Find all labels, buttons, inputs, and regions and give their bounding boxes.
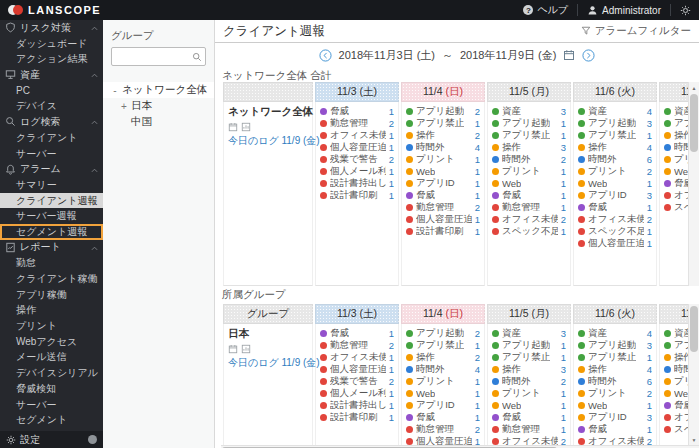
alarm-count-link[interactable]: 1	[647, 424, 652, 435]
scrollbar-thumb[interactable]	[690, 94, 698, 152]
alarm-count-link[interactable]: 1	[389, 328, 394, 339]
sidebar-section-header[interactable]: ログ検索	[0, 114, 103, 130]
sidebar-item[interactable]: Webアクセス	[0, 334, 103, 350]
alarm-count-link[interactable]: 3	[561, 106, 566, 117]
sidebar-item[interactable]: クライアント週報	[0, 193, 103, 209]
alarm-count-link[interactable]: 3	[561, 328, 566, 339]
alarm-count-link[interactable]: 3	[647, 118, 652, 129]
alarm-count-link[interactable]: 1	[389, 130, 394, 141]
alarm-count-link[interactable]: 1	[389, 400, 394, 411]
alarm-count-link[interactable]: 1	[475, 226, 480, 237]
alarm-count-link[interactable]: 1	[561, 202, 566, 213]
alarm-count-link[interactable]: 1	[561, 178, 566, 189]
alarm-count-link[interactable]: 1	[389, 412, 394, 423]
alarm-count-link[interactable]: 4	[647, 364, 652, 375]
sidebar-item[interactable]: プリント	[0, 318, 103, 334]
alarm-count-link[interactable]: 1	[647, 226, 652, 237]
sidebar-item[interactable]: 操作	[0, 302, 103, 318]
alarm-count-link[interactable]: 1	[647, 178, 652, 189]
alarm-count-link[interactable]: 1	[475, 400, 480, 411]
alarm-count-link[interactable]: 1	[475, 190, 480, 201]
sidebar-item[interactable]: サーバー週報	[0, 208, 103, 224]
alarm-count-link[interactable]: 1	[561, 340, 566, 351]
alarm-count-link[interactable]: 2	[647, 388, 652, 399]
sidebar-item[interactable]: 脅威検知	[0, 381, 103, 397]
sidebar-item[interactable]: 勤怠	[0, 255, 103, 271]
alarm-count-link[interactable]: 1	[475, 388, 480, 399]
alarm-count-link[interactable]: 1	[389, 106, 394, 117]
alarm-count-link[interactable]: 1	[475, 154, 480, 165]
sidebar-item[interactable]: アプリ稼働	[0, 287, 103, 303]
sidebar-item-settings[interactable]: 設定	[0, 431, 103, 448]
alarm-count-link[interactable]: 1	[647, 238, 652, 249]
scroll-up-arrow-icon[interactable]: ▲	[689, 82, 699, 93]
alarm-count-link[interactable]: 3	[647, 412, 652, 423]
alarm-count-link[interactable]: 2	[475, 424, 480, 435]
alarm-count-link[interactable]: 2	[475, 106, 480, 117]
alarm-count-link[interactable]: 2	[475, 130, 480, 141]
alarm-count-link[interactable]: 2	[561, 154, 566, 165]
tree-item[interactable]: -ネットワーク全体	[103, 82, 214, 98]
tree-item[interactable]: +日本	[103, 98, 214, 114]
alarm-count-link[interactable]: 1	[389, 166, 394, 177]
alarm-count-link[interactable]: 2	[647, 214, 652, 225]
sidebar-item[interactable]: メール送信	[0, 349, 103, 365]
alarm-count-link[interactable]: 1	[561, 166, 566, 177]
alarm-count-link[interactable]: 1	[647, 202, 652, 213]
alarm-count-link[interactable]: 1	[647, 130, 652, 141]
alarm-count-link[interactable]: 3	[561, 142, 566, 153]
sidebar-item[interactable]: PC	[0, 83, 103, 99]
alarm-count-link[interactable]: 6	[647, 154, 652, 165]
search-icon[interactable]	[192, 52, 202, 62]
sidebar-item[interactable]: クライアント	[0, 130, 103, 146]
sidebar-section-header[interactable]: リスク対策	[0, 20, 103, 36]
sidebar-section-header[interactable]: レポート	[0, 240, 103, 256]
alarm-count-link[interactable]: 1	[561, 400, 566, 411]
prev-week-button[interactable]	[319, 49, 332, 62]
sidebar-item[interactable]: サマリー	[0, 177, 103, 193]
alarm-count-link[interactable]: 4	[475, 364, 480, 375]
tree-expander-icon[interactable]: +	[120, 101, 128, 112]
alarm-count-link[interactable]: 1	[475, 376, 480, 387]
alarm-count-link[interactable]: 2	[389, 118, 394, 129]
help-button[interactable]: ? ヘルプ	[523, 3, 568, 17]
alarm-count-link[interactable]: 4	[475, 142, 480, 153]
alarm-count-link[interactable]: 1	[561, 226, 566, 237]
alarm-count-link[interactable]: 1	[389, 190, 394, 201]
sidebar-item[interactable]: サーバー	[0, 146, 103, 162]
alarm-count-link[interactable]: 1	[475, 178, 480, 189]
alarm-count-link[interactable]: 2	[389, 154, 394, 165]
alarm-count-link[interactable]: 1	[475, 118, 480, 129]
alarm-count-link[interactable]: 3	[647, 340, 652, 351]
alarm-count-link[interactable]: 1	[389, 388, 394, 399]
alarm-count-link[interactable]: 1	[647, 400, 652, 411]
alarm-count-link[interactable]: 1	[389, 352, 394, 363]
vertical-scrollbar[interactable]: ▲	[688, 82, 699, 286]
alarm-count-link[interactable]: 2	[561, 376, 566, 387]
alarm-count-link[interactable]: 4	[647, 328, 652, 339]
alarm-count-link[interactable]: 1	[561, 118, 566, 129]
next-week-button[interactable]	[582, 49, 595, 62]
alarm-count-link[interactable]: 1	[561, 412, 566, 423]
alarm-count-link[interactable]: 1	[475, 214, 480, 225]
alarm-count-link[interactable]: 2	[475, 352, 480, 363]
sidebar-section-header[interactable]: 資産	[0, 67, 103, 83]
vertical-scrollbar[interactable]: ▼	[688, 304, 699, 445]
tree-expander-icon[interactable]: -	[111, 85, 119, 96]
alarm-count-link[interactable]: 4	[647, 106, 652, 117]
alarm-count-link[interactable]: 1	[475, 412, 480, 423]
alarm-count-link[interactable]: 3	[647, 190, 652, 201]
alarm-count-link[interactable]: 1	[561, 190, 566, 201]
sidebar-item[interactable]: アクション結果	[0, 51, 103, 67]
alarm-count-link[interactable]: 2	[475, 328, 480, 339]
alarm-count-link[interactable]: 1	[647, 352, 652, 363]
alarm-count-link[interactable]: 1	[561, 352, 566, 363]
collapse-sidebar-icon[interactable]	[88, 435, 97, 444]
alarm-count-link[interactable]: 6	[647, 376, 652, 387]
sidebar-item[interactable]: セグメント	[0, 412, 103, 428]
alarm-count-link[interactable]: 1	[389, 178, 394, 189]
gear-icon[interactable]	[680, 5, 691, 16]
sidebar-item[interactable]: ダッシュボード	[0, 36, 103, 52]
sidebar-item[interactable]: セグメント週報	[0, 224, 103, 240]
alarm-count-link[interactable]: 1	[475, 166, 480, 177]
